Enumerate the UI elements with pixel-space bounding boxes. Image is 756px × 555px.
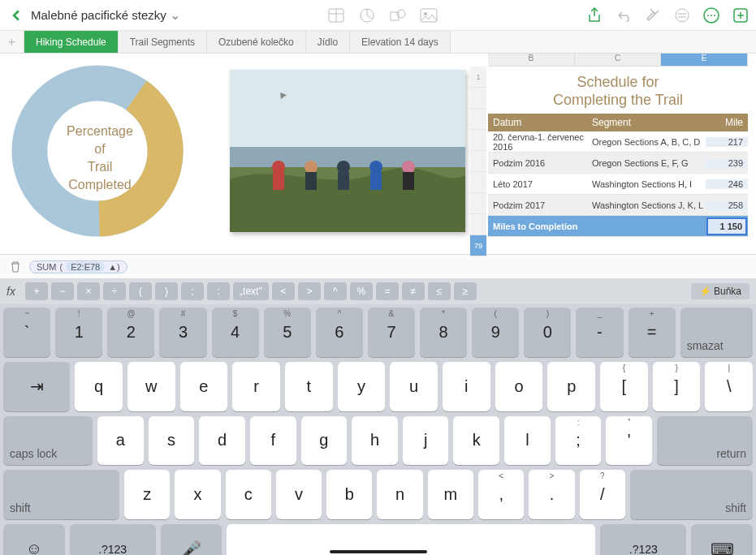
op-key[interactable]: ≤: [428, 282, 451, 300]
op-key[interactable]: ≠: [402, 282, 425, 300]
key-symbols-right[interactable]: .?123: [600, 524, 686, 555]
op-key[interactable]: ^: [324, 282, 347, 300]
chart-icon[interactable]: [358, 6, 376, 24]
tab-trail-segments[interactable]: Trail Segments: [119, 31, 207, 53]
key-][interactable]: }]: [653, 362, 701, 411]
op-key[interactable]: +: [25, 282, 48, 300]
key-=[interactable]: +=: [629, 308, 676, 357]
op-key[interactable]: ): [155, 282, 178, 300]
share-icon[interactable]: [585, 6, 603, 24]
key-e[interactable]: e: [180, 362, 228, 411]
key-y[interactable]: y: [338, 362, 386, 411]
key-.[interactable]: >.: [529, 470, 574, 519]
op-key[interactable]: ;: [181, 282, 204, 300]
format-brush-icon[interactable]: [644, 6, 662, 24]
key-f[interactable]: f: [250, 416, 296, 466]
key-w[interactable]: w: [127, 362, 175, 411]
key-q[interactable]: q: [75, 362, 123, 411]
table-total-row[interactable]: Miles to Completion1 150: [488, 216, 748, 237]
key-`[interactable]: ~`: [3, 308, 50, 357]
key-,[interactable]: <,: [478, 470, 524, 519]
op-key[interactable]: >: [298, 282, 321, 300]
key-i[interactable]: i: [443, 362, 490, 411]
key-z[interactable]: z: [124, 470, 170, 519]
media-icon[interactable]: [420, 6, 438, 24]
home-indicator[interactable]: [330, 550, 427, 553]
fx-icon[interactable]: fx: [6, 285, 15, 298]
document-title[interactable]: Malebné pacifické stezky: [31, 8, 166, 22]
comment-icon[interactable]: [673, 6, 691, 24]
op-key[interactable]: „text": [233, 282, 269, 300]
key-x[interactable]: x: [175, 470, 220, 519]
shapes-icon[interactable]: [389, 6, 407, 24]
key-n[interactable]: n: [377, 470, 422, 519]
table-row[interactable]: Podzim 2016Oregon Sections E, F, G239: [488, 153, 748, 174]
key-v[interactable]: v: [276, 470, 322, 519]
key-4[interactable]: $4: [212, 308, 259, 357]
tab-hiking-schedule[interactable]: Hiking Schedule: [24, 31, 119, 53]
key-h[interactable]: h: [352, 416, 398, 466]
key-delete[interactable]: smazat: [680, 308, 753, 357]
cell-ref-button[interactable]: ⚡ Buňka: [691, 283, 750, 299]
key-7[interactable]: &7: [368, 308, 415, 357]
key-s[interactable]: s: [149, 416, 195, 466]
key-[[interactable]: {[: [600, 362, 648, 411]
key-r[interactable]: r: [232, 362, 280, 411]
key-shift-right[interactable]: shift: [630, 470, 753, 519]
key-b[interactable]: b: [326, 470, 372, 519]
key-/[interactable]: ?/: [580, 470, 625, 519]
table-row[interactable]: Léto 2017Washington Sections H, I246: [488, 174, 748, 195]
key--[interactable]: _-: [576, 308, 623, 357]
key-2[interactable]: @2: [107, 308, 154, 357]
tab-ozubene[interactable]: Ozubené kolečko: [207, 31, 306, 53]
tab-elevation[interactable]: Elevation 14 days: [350, 31, 451, 53]
op-key[interactable]: <: [272, 282, 295, 300]
table-icon[interactable]: [327, 6, 345, 24]
op-key[interactable]: (: [129, 282, 152, 300]
undo-icon[interactable]: [615, 6, 633, 24]
key-9[interactable]: (9: [472, 308, 519, 357]
key-8[interactable]: *8: [420, 308, 467, 357]
key-l[interactable]: l: [504, 416, 551, 466]
schedule-table[interactable]: 1 79 BCE Schedule forCompleting the Trai…: [488, 54, 748, 237]
key-hide-keyboard[interactable]: ⌨: [691, 524, 753, 555]
op-key[interactable]: ≥: [454, 282, 477, 300]
donut-chart[interactable]: PercentageofTrailCompleted: [8, 62, 187, 240]
key-c[interactable]: c: [226, 470, 271, 519]
key-3[interactable]: #3: [159, 308, 206, 357]
chevron-down-icon[interactable]: ⌄: [170, 7, 180, 23]
key-;[interactable]: :;: [555, 416, 602, 466]
op-key[interactable]: %: [350, 282, 373, 300]
key-1[interactable]: !1: [55, 308, 102, 357]
key-t[interactable]: t: [285, 362, 333, 411]
back-button[interactable]: [6, 6, 26, 25]
key-\[interactable]: |\: [705, 362, 753, 411]
key-u[interactable]: u: [390, 362, 438, 411]
key-'[interactable]: "': [606, 416, 652, 466]
key-g[interactable]: g: [301, 416, 348, 466]
key-dictate[interactable]: 🎤: [161, 524, 222, 555]
add-tab-button[interactable]: +: [0, 31, 24, 53]
formula-chip[interactable]: SUM(E2:E78 ▲): [29, 260, 127, 273]
tab-jidlo[interactable]: Jídlo: [306, 31, 350, 53]
formula-bar[interactable]: SUM(E2:E78 ▲): [0, 254, 756, 278]
key-emoji[interactable]: ☺: [3, 524, 65, 555]
key-d[interactable]: d: [199, 416, 245, 466]
trash-icon[interactable]: [6, 258, 24, 276]
insert-icon[interactable]: [732, 6, 750, 24]
key-p[interactable]: p: [547, 362, 595, 411]
key-symbols-left[interactable]: .?123: [70, 524, 156, 555]
photo-image[interactable]: [230, 70, 465, 232]
key-tab[interactable]: ⇥: [3, 362, 70, 411]
op-key[interactable]: −: [51, 282, 74, 300]
key-j[interactable]: j: [403, 416, 449, 466]
key-5[interactable]: %5: [264, 308, 311, 357]
key-return[interactable]: return: [657, 416, 753, 466]
key-6[interactable]: ^6: [316, 308, 363, 357]
key-0[interactable]: )0: [524, 308, 571, 357]
key-k[interactable]: k: [453, 416, 499, 466]
table-row[interactable]: Podzim 2017Washington Sections J, K, L25…: [488, 195, 748, 216]
column-headers[interactable]: BCE: [488, 54, 748, 67]
op-key[interactable]: ÷: [103, 282, 126, 300]
table-row[interactable]: 20. června-1. červenec 2016Oregon Sectio…: [488, 131, 748, 153]
